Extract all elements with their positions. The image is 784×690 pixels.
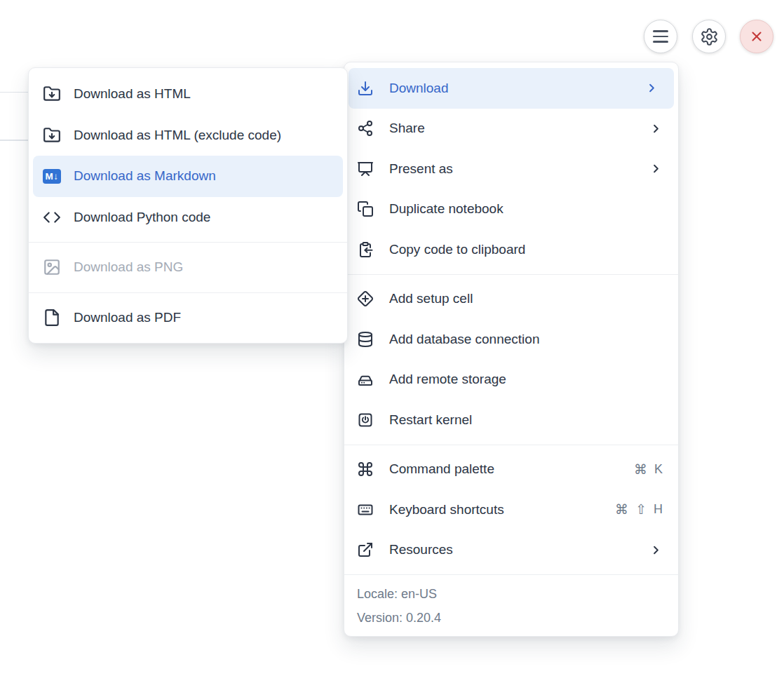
file-icon (43, 309, 61, 327)
markdown-download-badge-icon: M↓ (43, 167, 61, 185)
menu-item-label: Download as HTML (74, 86, 191, 102)
menu-item-download[interactable]: Download (349, 68, 674, 109)
menu-separator (344, 274, 678, 275)
folder-down-icon (43, 85, 61, 103)
menu-separator (344, 574, 678, 575)
menu-item-label: Add setup cell (389, 291, 473, 306)
notebook-actions-menu: Download Share Present as (344, 62, 679, 637)
menu-item-add-remote-storage[interactable]: Add remote storage (344, 360, 678, 400)
menu-item-label: Add remote storage (389, 372, 506, 387)
submenu-item-download-python[interactable]: Download Python code (29, 197, 347, 238)
external-link-icon (357, 541, 374, 558)
menu-item-label: Download as PNG (74, 259, 183, 275)
close-x-icon (749, 29, 764, 44)
share-icon (357, 120, 374, 137)
menu-item-present-as[interactable]: Present as (344, 149, 678, 189)
menu-separator (344, 445, 678, 445)
menu-item-label: Share (389, 121, 425, 136)
download-submenu: Download as HTML Download as HTML (exclu… (28, 67, 348, 344)
presentation-icon (357, 161, 374, 177)
menu-item-add-database[interactable]: Add database connection (344, 319, 678, 360)
power-square-icon (357, 412, 374, 428)
menu-footer: Locale: en-US Version: 0.20.4 (344, 579, 678, 638)
code-brackets-icon (43, 208, 61, 226)
chevron-right-icon (649, 543, 663, 557)
keyboard-shortcut: ⌘ ⇧ H (615, 501, 663, 518)
menu-item-keyboard-shortcuts[interactable]: Keyboard shortcuts ⌘ ⇧ H (344, 489, 678, 530)
command-icon (357, 461, 374, 478)
menu-separator (29, 242, 347, 243)
storage-drive-icon (357, 371, 374, 388)
menu-item-label: Download as HTML (exclude code) (74, 128, 281, 143)
menu-item-label: Restart kernel (389, 412, 472, 428)
download-icon (357, 80, 374, 97)
page-background-line (0, 92, 28, 93)
page-background-line (0, 140, 28, 141)
submenu-item-download-markdown[interactable]: M↓ Download as Markdown (33, 156, 343, 197)
chevron-right-icon (645, 81, 658, 95)
menu-item-label: Command palette (389, 461, 494, 477)
clipboard-import-icon (357, 241, 374, 258)
shutdown-button[interactable] (740, 20, 773, 53)
image-icon (43, 258, 61, 276)
gear-icon (700, 27, 719, 46)
keyboard-shortcut: ⌘ K (634, 461, 663, 478)
menu-item-label: Present as (389, 161, 453, 177)
menu-item-label: Copy code to clipboard (389, 242, 525, 257)
menu-item-label: Download Python code (74, 210, 210, 225)
keyboard-icon (357, 501, 374, 518)
settings-button[interactable] (692, 20, 726, 53)
database-icon (357, 331, 374, 348)
chevron-right-icon (649, 122, 663, 135)
menu-item-label: Download as PDF (74, 310, 181, 325)
folder-down-icon (43, 126, 61, 144)
copy-icon (357, 201, 374, 217)
menu-item-duplicate-notebook[interactable]: Duplicate notebook (344, 189, 678, 230)
menu-item-add-setup-cell[interactable]: Add setup cell (344, 279, 678, 320)
hamburger-icon (653, 30, 668, 43)
version-text: Version: 0.20.4 (344, 606, 678, 630)
locale-text: Locale: en-US (344, 582, 678, 606)
chevron-right-icon (649, 162, 663, 175)
menu-item-label: Resources (389, 542, 453, 557)
menu-item-command-palette[interactable]: Command palette ⌘ K (344, 449, 678, 490)
submenu-item-download-html-no-code[interactable]: Download as HTML (exclude code) (29, 115, 347, 156)
menu-item-label: Duplicate notebook (389, 201, 503, 217)
submenu-item-download-html[interactable]: Download as HTML (29, 74, 347, 115)
submenu-item-download-pdf[interactable]: Download as PDF (29, 297, 347, 339)
menu-item-label: Keyboard shortcuts (389, 502, 504, 518)
menu-item-label: Download as Markdown (74, 168, 216, 184)
submenu-item-download-png[interactable]: Download as PNG (29, 247, 347, 288)
diamond-plus-icon (357, 290, 374, 307)
menu-item-label: Add database connection (389, 332, 539, 347)
menu-item-resources[interactable]: Resources (344, 530, 678, 571)
notebook-menu-button[interactable] (644, 20, 677, 53)
menu-item-copy-code[interactable]: Copy code to clipboard (344, 229, 678, 270)
menu-item-share[interactable]: Share (344, 109, 678, 149)
menu-item-restart-kernel[interactable]: Restart kernel (344, 400, 678, 440)
menu-item-label: Download (389, 81, 449, 96)
menu-separator (29, 292, 347, 293)
